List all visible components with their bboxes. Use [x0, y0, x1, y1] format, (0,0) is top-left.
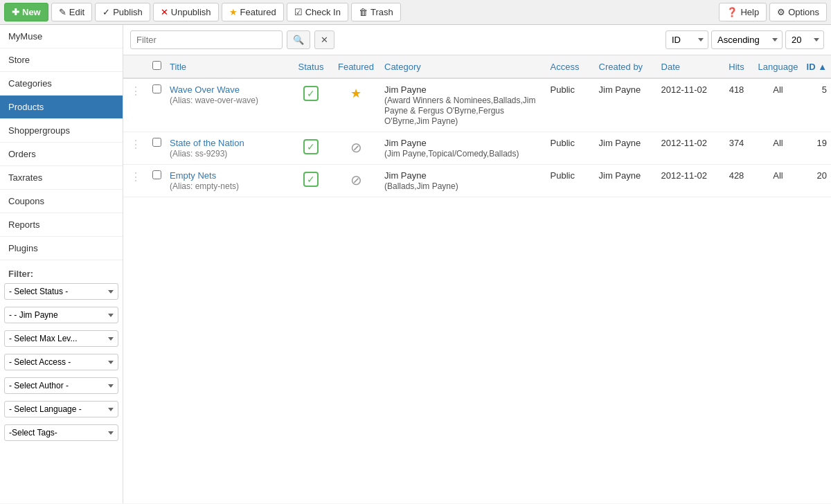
row-status-cell[interactable]: ✓ — [290, 165, 332, 197]
row-access-cell: Public — [546, 165, 595, 197]
status-filter-select[interactable]: - Select Status - Published Unpublished … — [4, 283, 118, 300]
unpublish-label: Unpublish — [171, 7, 211, 17]
row-category-cell: Jim Payne (Jim Payne,Topical/Comedy,Ball… — [380, 132, 546, 165]
row-featured-cell[interactable]: ⊘ — [332, 165, 380, 197]
row-checkbox-cell[interactable] — [148, 78, 166, 132]
new-label: New — [22, 7, 41, 17]
not-featured-icon[interactable]: ⊘ — [350, 140, 362, 155]
created-by-sort-link[interactable]: Created by — [599, 62, 643, 72]
sidebar-item-products[interactable]: Products — [0, 96, 123, 119]
drag-handle[interactable]: ⋮ — [123, 78, 148, 132]
row-status-cell[interactable]: ✓ — [290, 132, 332, 165]
access-sort-link[interactable]: Access — [551, 62, 580, 72]
not-featured-icon[interactable]: ⊘ — [350, 172, 362, 188]
row-featured-cell[interactable]: ⊘ — [332, 132, 380, 165]
col-header-checkbox[interactable] — [148, 55, 166, 78]
col-header-created-by[interactable]: Created by — [595, 55, 657, 78]
col-header-featured[interactable]: Featured — [332, 55, 380, 78]
sidebar-item-store[interactable]: Store — [0, 48, 123, 72]
article-title-link[interactable]: Empty Nets — [170, 170, 216, 181]
date-value: 2012-11-02 — [661, 84, 708, 95]
col-header-category[interactable]: Category — [380, 55, 546, 78]
language-filter-select[interactable]: - Select Language - — [4, 401, 118, 417]
article-alias: (Alias: empty-nets) — [170, 181, 239, 191]
created-by-value: Jim Payne — [599, 138, 641, 148]
article-title-link[interactable]: State of the Nation — [170, 138, 244, 148]
sort-by-select[interactable]: ID Title Date Hits — [665, 30, 708, 49]
row-checkbox[interactable] — [152, 170, 161, 179]
sidebar-item-mymuse[interactable]: MyMuse — [0, 25, 123, 48]
featured-button[interactable]: ★ Featured — [222, 3, 284, 21]
sidebar-item-reports[interactable]: Reports — [0, 213, 123, 237]
row-checkbox[interactable] — [152, 138, 161, 147]
help-label: Help — [740, 7, 759, 17]
tags-filter-select[interactable]: -Select Tags- — [4, 424, 118, 441]
sidebar-item-shoppergroups[interactable]: Shoppergroups — [0, 119, 123, 143]
author-filter-select[interactable]: - - Jim Payne — [4, 307, 118, 323]
category-sort-link[interactable]: Category — [384, 62, 421, 72]
language-sort-link[interactable]: Language — [758, 62, 798, 72]
checkin-button[interactable]: ☑ Check In — [287, 3, 348, 21]
access-filter-select[interactable]: - Select Access - Public Registered Spec… — [4, 354, 118, 370]
category-name: Jim Payne — [384, 84, 427, 95]
row-checkbox[interactable] — [152, 84, 161, 93]
status-sort-link[interactable]: Status — [298, 62, 324, 72]
date-sort-link[interactable]: Date — [661, 62, 680, 72]
sort-order-select[interactable]: Ascending Descending — [711, 30, 783, 49]
row-id-cell: 20 — [803, 165, 831, 197]
drag-icon[interactable]: ⋮ — [127, 138, 144, 150]
drag-handle[interactable]: ⋮ — [123, 165, 148, 197]
sort-controls: ID Title Date Hits Ascending Descending … — [665, 30, 824, 49]
publish-button[interactable]: ✓ Publish — [95, 3, 150, 21]
help-button[interactable]: ❓ Help — [719, 3, 767, 21]
col-header-hits[interactable]: Hits — [720, 55, 754, 78]
trash-button[interactable]: 🗑 Trash — [351, 3, 401, 21]
col-header-language[interactable]: Language — [754, 55, 803, 78]
sidebar-item-coupons[interactable]: Coupons — [0, 190, 123, 213]
drag-handle[interactable]: ⋮ — [123, 132, 148, 165]
unpublish-button[interactable]: ✕ Unpublish — [153, 3, 219, 21]
row-language-cell: All — [754, 78, 803, 132]
col-header-title[interactable]: Title — [166, 55, 290, 78]
status-toggle[interactable]: ✓ — [303, 139, 319, 154]
hits-sort-link[interactable]: Hits — [729, 62, 744, 72]
drag-icon[interactable]: ⋮ — [127, 85, 144, 97]
row-category-cell: Jim Payne (Ballads,Jim Payne) — [380, 165, 546, 197]
id-sort-link[interactable]: ID ▲ — [807, 62, 827, 72]
sidebar-item-orders[interactable]: Orders — [0, 143, 123, 166]
row-featured-cell[interactable]: ★ — [332, 78, 380, 132]
row-created-by-cell: Jim Payne — [595, 165, 657, 197]
per-page-select[interactable]: 5 10 15 20 25 50 100 — [785, 30, 824, 49]
status-toggle[interactable]: ✓ — [303, 86, 319, 101]
featured-star-icon[interactable]: ★ — [350, 87, 361, 100]
sidebar-item-plugins[interactable]: Plugins — [0, 237, 123, 260]
col-header-date[interactable]: Date — [657, 55, 720, 78]
sidebar-item-taxrates[interactable]: Taxrates — [0, 166, 123, 190]
featured-sort-link[interactable]: Featured — [338, 62, 374, 72]
language-value: All — [773, 170, 783, 181]
author2-filter-select[interactable]: - Select Author - — [4, 377, 118, 394]
row-date-cell: 2012-11-02 — [657, 132, 720, 165]
title-sort-link[interactable]: Title — [170, 62, 186, 72]
category-details: (Jim Payne,Topical/Comedy,Ballads) — [384, 149, 519, 159]
row-created-by-cell: Jim Payne — [595, 132, 657, 165]
drag-icon[interactable]: ⋮ — [127, 171, 144, 183]
edit-button[interactable]: ✎ Edit — [51, 3, 92, 21]
row-status-cell[interactable]: ✓ — [290, 78, 332, 132]
col-header-id[interactable]: ID ▲ — [803, 55, 831, 78]
new-button[interactable]: ✚ New — [4, 3, 48, 21]
filter-input[interactable] — [130, 30, 283, 49]
select-all-checkbox[interactable] — [152, 61, 161, 70]
status-toggle[interactable]: ✓ — [303, 172, 319, 187]
article-title-link[interactable]: Wave Over Wave — [170, 84, 240, 95]
col-header-status[interactable]: Status — [290, 55, 332, 78]
sidebar-item-categories[interactable]: Categories — [0, 72, 123, 96]
row-checkbox-cell[interactable] — [148, 132, 166, 165]
options-button[interactable]: ⚙ Options — [769, 3, 827, 21]
trash-label: Trash — [370, 7, 393, 17]
maxlevel-filter-select[interactable]: - Select Max Lev... — [4, 330, 118, 347]
row-checkbox-cell[interactable] — [148, 165, 166, 197]
col-header-access[interactable]: Access — [546, 55, 595, 78]
clear-filter-button[interactable]: ✕ — [314, 30, 334, 49]
search-button[interactable]: 🔍 — [287, 30, 310, 49]
